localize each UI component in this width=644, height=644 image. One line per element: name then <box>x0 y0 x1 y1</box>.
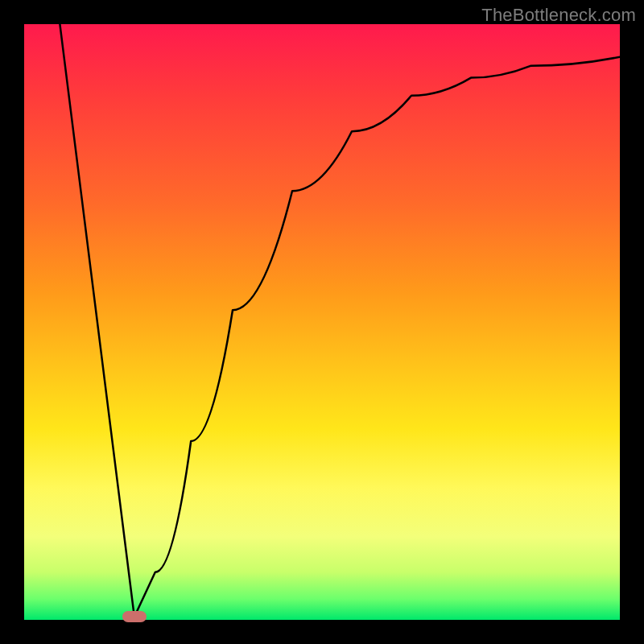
minimum-marker <box>122 611 147 622</box>
bottleneck-curve <box>60 24 620 617</box>
curve-svg <box>24 24 620 620</box>
plot-area <box>24 24 620 620</box>
chart-frame: TheBottleneck.com <box>0 0 644 644</box>
watermark-text: TheBottleneck.com <box>481 5 636 26</box>
